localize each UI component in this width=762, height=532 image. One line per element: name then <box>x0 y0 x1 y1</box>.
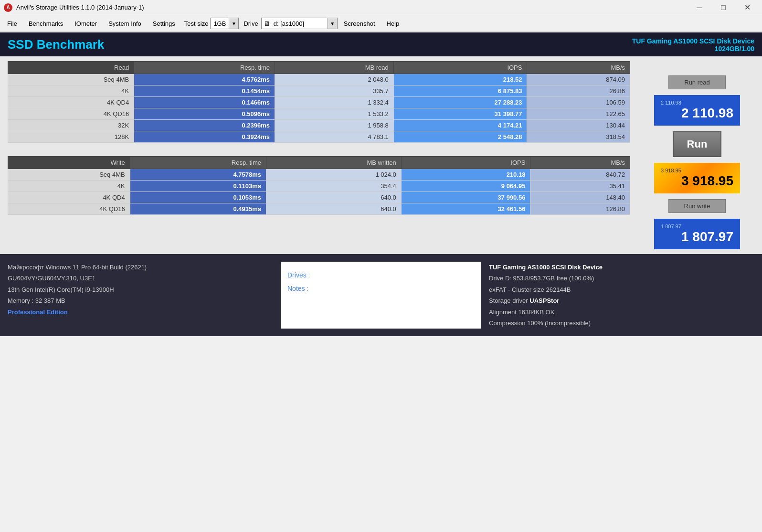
drive-device-name: TUF Gaming AS1000 SCSI Disk Device <box>489 264 603 271</box>
mb-read-cell: 2 048.0 <box>275 74 394 85</box>
help-menu[interactable]: Help <box>381 18 405 30</box>
iops-cell: 31 398.77 <box>393 108 527 120</box>
sys-line1: Майкрософт Windows 11 Pro 64-bit Build (… <box>8 262 273 273</box>
table-row: 4K QD4 0.1466ms 1 332.4 27 288.23 106.59 <box>8 97 630 108</box>
resp-time-cell: 0.3924ms <box>134 131 275 143</box>
menu-bar: File Benchmarks IOmeter System Info Sett… <box>0 15 762 32</box>
resp-time-cell: 0.1454ms <box>134 85 275 97</box>
test-size-dropdown-arrow[interactable]: ▼ <box>229 18 238 29</box>
maximize-button[interactable]: □ <box>712 0 734 15</box>
write-table: Write Resp. time MB written IOPS MB/s Se… <box>8 156 630 215</box>
write-score-small: 1 807.97 <box>661 223 733 229</box>
row-label: 4K <box>8 85 134 97</box>
iops-cell: 4 174.21 <box>393 120 527 131</box>
bottom-bar: Майкрософт Windows 11 Pro 64-bit Build (… <box>0 254 762 336</box>
iops-cell: 218.52 <box>393 74 527 85</box>
mbs-cell: 318.54 <box>527 131 630 143</box>
drive-select[interactable]: 🖥 d: [as1000] ▼ <box>261 18 338 29</box>
mbs-cell: 26.86 <box>527 85 630 97</box>
mb-written-cell: 640.0 <box>266 192 401 203</box>
drive-info-name: TUF Gaming AS1000 SCSI Disk Device <box>632 37 754 45</box>
resp-time-cell: 0.5096ms <box>134 108 275 120</box>
row-label: 32K <box>8 120 134 131</box>
storage-driver-text: Storage driver UASPStor <box>489 295 754 306</box>
mb-read-cell: 4 783.1 <box>275 131 394 143</box>
test-size-select[interactable]: 1GB ▼ <box>210 18 239 29</box>
row-label: Seq 4MB <box>8 169 130 181</box>
table-row: 4K QD16 0.4935ms 640.0 32 461.56 126.80 <box>8 203 630 215</box>
iops-read-col-header: IOPS <box>393 62 527 74</box>
mb-read-cell: 335.7 <box>275 85 394 97</box>
mb-read-cell: 1 332.4 <box>275 97 394 108</box>
screenshot-menu[interactable]: Screenshot <box>339 18 381 30</box>
run-button[interactable]: Run <box>673 131 722 157</box>
benchmark-area: Read Resp. time MB read IOPS MB/s Seq 4M… <box>0 56 762 254</box>
sys-line4: Memory : 32 387 MB <box>8 295 273 306</box>
file-menu[interactable]: File <box>2 18 22 30</box>
mbs-read-col-header: MB/s <box>527 62 630 74</box>
mbs-cell: 106.59 <box>527 97 630 108</box>
benchmarks-menu[interactable]: Benchmarks <box>23 18 68 30</box>
test-size-value: 1GB <box>211 20 229 27</box>
resp-time-col-header: Resp. time <box>134 62 275 74</box>
window-title: Anvil's Storage Utilities 1.1.0 (2014-Ja… <box>16 4 688 11</box>
row-label: 4K QD16 <box>8 108 134 120</box>
test-size-group: Test size 1GB ▼ <box>184 18 239 29</box>
mb-written-cell: 1 024.0 <box>266 169 401 181</box>
test-size-label: Test size <box>184 20 209 27</box>
system-info-menu[interactable]: System Info <box>103 18 147 30</box>
row-label: 4K QD4 <box>8 97 134 108</box>
iops-cell: 6 875.83 <box>393 85 527 97</box>
ssd-header: SSD Benchmark TUF Gaming AS1000 SCSI Dis… <box>0 32 762 56</box>
read-score-small: 2 110.98 <box>661 100 733 106</box>
alignment-info: Alignment 16384KB OK <box>489 307 754 318</box>
system-info-panel: Майкрософт Windows 11 Pro 64-bit Build (… <box>8 262 273 329</box>
table-row: 4K 0.1454ms 335.7 6 875.83 26.86 <box>8 85 630 97</box>
resp-time-cell: 4.7578ms <box>130 169 266 181</box>
write-col-header: Write <box>8 157 130 169</box>
settings-menu[interactable]: Settings <box>148 18 180 30</box>
mbs-cell: 35.41 <box>530 181 630 192</box>
resp-time-write-col-header: Resp. time <box>130 157 266 169</box>
minimize-button[interactable]: ─ <box>688 0 710 15</box>
iops-cell: 210.18 <box>401 169 530 181</box>
run-write-button[interactable]: Run write <box>668 199 726 213</box>
iops-cell: 27 288.23 <box>393 97 527 108</box>
resp-time-cell: 0.1053ms <box>130 192 266 203</box>
close-button[interactable]: ✕ <box>736 0 758 15</box>
total-score-box: 3 918.95 3 918.95 <box>654 163 740 193</box>
iops-cell: 9 064.95 <box>401 181 530 192</box>
write-score-box: 1 807.97 1 807.97 <box>654 219 740 249</box>
row-label: 128K <box>8 131 134 143</box>
table-row: 32K 0.2396ms 1 958.8 4 174.21 130.44 <box>8 120 630 131</box>
mbs-cell: 126.80 <box>530 203 630 215</box>
write-score-large: 1 807.97 <box>661 229 733 245</box>
iops-cell: 2 548.28 <box>393 131 527 143</box>
drive-label: Drive <box>243 20 258 27</box>
sys-line3: 13th Gen Intel(R) Core(TM) i9-13900H <box>8 284 273 295</box>
total-score-small: 3 918.95 <box>661 168 733 173</box>
storage-driver-name: UASPStor <box>529 297 559 304</box>
table-row: 4K 0.1103ms 354.4 9 064.95 35.41 <box>8 181 630 192</box>
drive-dropdown-arrow[interactable]: ▼ <box>328 18 337 29</box>
resp-time-cell: 0.4935ms <box>130 203 266 215</box>
mbs-cell: 122.65 <box>527 108 630 120</box>
resp-time-cell: 4.5762ms <box>134 74 275 85</box>
edition-link[interactable]: Professional Edition <box>8 309 68 316</box>
mbs-write-col-header: MB/s <box>530 157 630 169</box>
tables-section: Read Resp. time MB read IOPS MB/s Seq 4M… <box>8 61 630 249</box>
read-col-header: Read <box>8 62 134 74</box>
row-label: 4K QD4 <box>8 192 130 203</box>
drives-label: Drives : <box>287 268 475 282</box>
drive-icon: 🖥 <box>262 20 272 27</box>
read-table: Read Resp. time MB read IOPS MB/s Seq 4M… <box>8 61 630 143</box>
resp-time-cell: 0.1466ms <box>134 97 275 108</box>
row-label: Seq 4MB <box>8 74 134 85</box>
mb-written-cell: 640.0 <box>266 203 401 215</box>
iometer-menu[interactable]: IOmeter <box>69 18 102 30</box>
drive-info-size: 1024GB/1.00 <box>632 45 754 53</box>
mbs-cell: 130.44 <box>527 120 630 131</box>
resp-time-cell: 0.1103ms <box>130 181 266 192</box>
run-read-button[interactable]: Run read <box>668 75 726 89</box>
resp-time-cell: 0.2396ms <box>134 120 275 131</box>
